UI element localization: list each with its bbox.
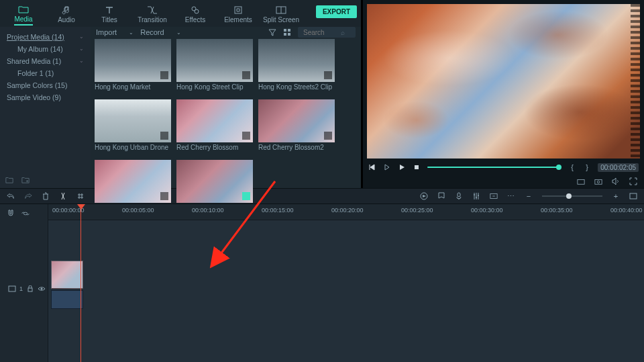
new-folder-icon[interactable]: [5, 176, 13, 184]
track-area[interactable]: [48, 220, 644, 362]
mark-out-icon[interactable]: }: [583, 163, 591, 171]
effects-icon: [190, 5, 201, 15]
svg-rect-9: [578, 179, 584, 184]
thumbnail-grid: Hong Kong MarketHong Kong Street ClipHon…: [91, 38, 361, 219]
sidebar-item-project-media[interactable]: Project Media (14) ⌄: [3, 31, 88, 43]
new-folder-plus-icon[interactable]: [21, 176, 30, 184]
ruler-tick: 00:00:30:00: [471, 207, 503, 214]
thumbnail-caption: Hong Kong Streets2 Clip: [258, 83, 335, 91]
more-icon[interactable]: ⋯: [507, 192, 515, 200]
undo-button[interactable]: [7, 192, 15, 200]
svg-rect-2: [235, 7, 241, 13]
sidebar-item-sample-colors[interactable]: Sample Colors (15): [3, 79, 88, 91]
svg-point-21: [41, 288, 43, 290]
stop-button[interactable]: [413, 163, 421, 171]
tab-effects[interactable]: Effects: [177, 3, 213, 27]
tab-titles[interactable]: Titles: [91, 3, 127, 27]
svg-rect-20: [28, 288, 32, 291]
timeline-ruler[interactable]: 00:00:00:0000:00:05:0000:00:10:0000:00:1…: [48, 204, 644, 220]
audio-clip[interactable]: [51, 290, 83, 309]
thumbnail-image[interactable]: [95, 39, 171, 82]
video-clip[interactable]: [51, 261, 83, 289]
zoom-in-button[interactable]: +: [612, 192, 620, 200]
ruler-tick: 00:00:05:00: [122, 207, 154, 214]
zoom-slider[interactable]: [542, 195, 602, 197]
sidebar-item-my-album[interactable]: My Album (14) ⌄: [3, 43, 88, 55]
media-thumbnail[interactable]: Hong Kong Street Clip: [176, 39, 253, 97]
chevron-down-icon: ⌄: [176, 30, 181, 36]
elements-icon: [233, 5, 244, 15]
tab-split-screen[interactable]: Split Screen: [263, 3, 299, 27]
thumbnail-image[interactable]: [95, 160, 171, 203]
record-dropdown[interactable]: Record ⌄: [140, 28, 180, 36]
keyframe-icon[interactable]: [490, 192, 498, 200]
zoom-out-button[interactable]: −: [525, 192, 533, 200]
marker-icon[interactable]: [437, 192, 445, 200]
svg-rect-19: [9, 286, 15, 291]
magnet-icon[interactable]: [7, 210, 15, 218]
ruler-tick: 00:00:40:00: [610, 207, 643, 214]
sidebar-item-label: Project Media (14): [7, 33, 64, 41]
export-button[interactable]: EXPORT: [316, 5, 357, 18]
media-thumbnail[interactable]: Hong Kong Streets2 Clip: [258, 39, 335, 97]
mark-in-icon[interactable]: {: [568, 163, 576, 171]
delete-button[interactable]: [42, 192, 50, 200]
quality-icon[interactable]: [577, 177, 585, 185]
sidebar-item-shared-media[interactable]: Shared Media (1) ⌄: [3, 55, 88, 67]
prev-frame-button[interactable]: [368, 163, 376, 171]
playback-progress[interactable]: [427, 167, 561, 168]
search-field[interactable]: [302, 28, 341, 37]
zoom-fit-button[interactable]: [629, 192, 637, 200]
media-thumbnail[interactable]: Hong Kong Urban Drone: [95, 99, 171, 157]
thumbnail-image[interactable]: [176, 39, 253, 82]
svg-point-16: [478, 195, 479, 196]
mixer-icon[interactable]: [472, 192, 480, 200]
filter-icon[interactable]: [268, 28, 276, 36]
chevron-down-icon: ⌄: [129, 30, 133, 36]
svg-rect-4: [284, 29, 286, 32]
svg-point-15: [476, 197, 477, 198]
tab-label: Transition: [138, 16, 167, 25]
link-icon[interactable]: [21, 210, 30, 218]
preview-video[interactable]: [367, 4, 640, 159]
thumbnail-image[interactable]: [176, 160, 253, 203]
snapshot-icon[interactable]: [594, 177, 602, 185]
tab-media[interactable]: Media: [5, 3, 42, 27]
sidebar-item-label: Sample Colors (15): [7, 81, 67, 89]
media-thumbnail[interactable]: Red Cherry Blossom2: [258, 99, 335, 157]
split-button[interactable]: [59, 192, 67, 200]
timeline-body[interactable]: 00:00:00:0000:00:05:0000:00:10:0000:00:1…: [48, 204, 644, 362]
crop-button[interactable]: [76, 192, 85, 200]
tab-transition[interactable]: Transition: [134, 3, 170, 27]
transition-icon: [147, 5, 158, 15]
play-button[interactable]: [398, 163, 406, 171]
tab-label: Split Screen: [263, 16, 299, 25]
search-input[interactable]: ⌕: [298, 27, 356, 38]
eye-icon[interactable]: [38, 285, 46, 293]
thumbnail-image[interactable]: [258, 99, 335, 142]
sidebar-item-folder1[interactable]: Folder 1 (1): [3, 67, 88, 79]
media-thumbnail[interactable]: Red Cherry Blossom: [176, 99, 253, 157]
step-back-button[interactable]: [383, 163, 391, 171]
grid-view-icon[interactable]: [283, 28, 291, 36]
render-icon[interactable]: [420, 192, 428, 200]
media-thumbnail[interactable]: Hong Kong Market: [95, 39, 171, 97]
thumbnail-image[interactable]: [95, 99, 171, 142]
fullscreen-icon[interactable]: [629, 177, 637, 185]
chevron-down-icon: ⌄: [79, 32, 84, 42]
redo-button[interactable]: [24, 192, 32, 200]
lock-icon[interactable]: [26, 285, 34, 293]
import-dropdown[interactable]: Import ⌄: [96, 28, 133, 36]
sidebar-item-sample-video[interactable]: Sample Video (9): [3, 91, 88, 103]
thumbnail-image[interactable]: [176, 99, 253, 142]
voiceover-icon[interactable]: [455, 192, 463, 200]
thumbnail-image[interactable]: [258, 39, 335, 82]
sidebar-item-label: Sample Video (9): [7, 93, 61, 101]
svg-rect-18: [630, 193, 637, 199]
volume-icon[interactable]: [612, 177, 620, 185]
playhead[interactable]: [80, 204, 81, 362]
preview-tools: [363, 176, 644, 188]
svg-rect-8: [415, 165, 419, 169]
tab-elements[interactable]: Elements: [220, 3, 256, 27]
tab-audio[interactable]: Audio: [48, 3, 85, 27]
